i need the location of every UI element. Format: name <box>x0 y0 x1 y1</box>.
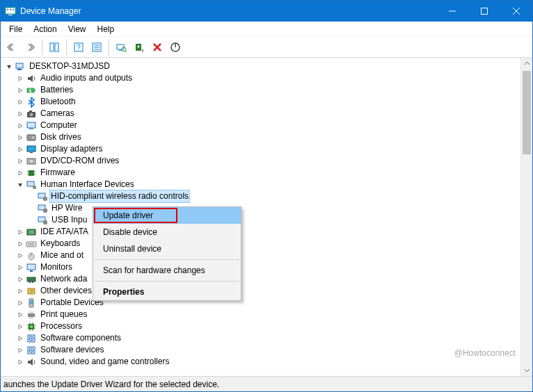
expander-icon[interactable] <box>16 346 24 354</box>
expander-icon[interactable] <box>16 98 24 106</box>
scroll-thumb[interactable] <box>523 71 531 154</box>
svg-rect-60 <box>28 243 29 244</box>
forward-button[interactable] <box>22 39 38 56</box>
device-item[interactable]: HP Wire <box>2 202 532 214</box>
svg-rect-50 <box>43 197 47 201</box>
expander-icon[interactable] <box>16 252 24 260</box>
category-item[interactable]: Disk drives <box>2 131 532 143</box>
context-menu-item[interactable]: Update driver <box>93 207 241 224</box>
expander-icon[interactable] <box>16 334 24 343</box>
category-item-expanded[interactable]: Human Interface Devices <box>2 179 532 190</box>
context-menu-item[interactable]: Disable device <box>93 224 241 240</box>
category-item[interactable]: ?Other devices <box>2 285 532 297</box>
vertical-scrollbar[interactable] <box>520 58 532 376</box>
tree-item-label: Software components <box>40 332 122 344</box>
expander-icon <box>27 216 35 224</box>
expander-icon[interactable] <box>16 322 24 331</box>
bluetooth-icon <box>26 97 37 108</box>
back-button[interactable] <box>3 39 20 56</box>
category-item[interactable]: Bluetooth <box>2 96 532 108</box>
category-item[interactable]: Cameras <box>2 108 532 120</box>
tree-item-label: Firmware <box>40 167 76 179</box>
category-item[interactable]: Portable Devices <box>2 297 532 309</box>
expander-icon[interactable] <box>16 74 24 83</box>
expander-icon[interactable] <box>16 110 24 118</box>
expander-icon[interactable] <box>16 181 24 189</box>
close-button[interactable] <box>500 1 532 22</box>
svg-point-3 <box>10 9 11 10</box>
category-item[interactable]: Firmware <box>2 167 532 179</box>
category-item[interactable]: Sound, video and game controllers <box>2 356 532 368</box>
expander-icon[interactable] <box>16 122 24 130</box>
menu-view[interactable]: View <box>63 23 92 35</box>
show-hide-tree-button[interactable] <box>46 39 63 56</box>
expander-icon[interactable] <box>16 240 24 248</box>
svg-rect-67 <box>30 270 33 272</box>
expander-icon[interactable] <box>16 86 24 95</box>
update-driver-button[interactable] <box>131 39 148 56</box>
help-button[interactable]: ? <box>70 39 87 56</box>
toolbar-separator <box>66 40 67 55</box>
maximize-button[interactable] <box>468 1 500 22</box>
tree-item-label: Cameras <box>40 108 75 120</box>
category-item[interactable]: Software devices <box>2 344 532 356</box>
scan-hardware-button[interactable] <box>113 39 129 56</box>
svg-rect-47 <box>27 181 34 186</box>
window-title: Device Manager <box>20 6 436 16</box>
expander-icon[interactable] <box>16 133 24 142</box>
app-icon <box>5 6 16 17</box>
category-item[interactable]: Monitors <box>2 261 532 273</box>
svg-rect-75 <box>28 313 35 317</box>
minimize-button[interactable] <box>436 1 468 22</box>
root-node[interactable]: DESKTOP-31MDJSD <box>2 60 532 72</box>
category-item[interactable]: Mice and ot <box>2 250 532 261</box>
uninstall-button[interactable] <box>149 39 166 56</box>
portable-icon <box>26 297 37 309</box>
category-item[interactable]: Processors <box>2 320 532 332</box>
category-item[interactable]: Print queues <box>2 309 532 320</box>
svg-rect-9 <box>50 43 54 51</box>
properties-button[interactable] <box>88 39 105 56</box>
expander-icon[interactable] <box>5 63 13 71</box>
tree-item-label: Mice and ot <box>40 250 84 261</box>
hid-item-icon <box>37 203 48 214</box>
context-menu-item[interactable]: Properties <box>93 284 241 300</box>
category-item[interactable]: Keyboards <box>2 238 532 250</box>
menu-action[interactable]: Action <box>28 23 62 35</box>
expander-icon[interactable] <box>16 263 24 272</box>
device-tree[interactable]: DESKTOP-31MDJSDAudio inputs and outputsB… <box>1 58 532 376</box>
svg-rect-79 <box>30 325 33 328</box>
context-menu-item[interactable]: Uninstall device <box>93 240 241 257</box>
category-item[interactable]: Batteries <box>2 84 532 96</box>
category-item[interactable]: Network ada <box>2 273 532 285</box>
category-item[interactable]: DVD/CD-ROM drives <box>2 155 532 167</box>
scroll-up-button[interactable] <box>521 58 532 70</box>
menu-file[interactable]: File <box>3 23 28 35</box>
expander-icon[interactable] <box>16 311 24 319</box>
context-menu-item[interactable]: Scan for hardware changes <box>93 262 241 279</box>
expander-icon[interactable] <box>16 299 24 307</box>
category-item[interactable]: IDE ATA/ATA <box>2 226 532 238</box>
hid-item-icon <box>37 191 48 202</box>
expander-icon[interactable] <box>16 287 24 295</box>
expander-icon[interactable] <box>16 169 24 177</box>
expander-icon[interactable] <box>16 228 24 236</box>
disable-button[interactable] <box>167 39 184 56</box>
menu-help[interactable]: Help <box>92 23 120 35</box>
expander-icon[interactable] <box>16 275 24 284</box>
svg-rect-37 <box>27 146 35 152</box>
category-item[interactable]: Audio inputs and outputs <box>2 72 532 84</box>
category-item[interactable]: Computer <box>2 120 532 131</box>
tree-item-label: Display adapters <box>40 143 103 155</box>
expander-icon[interactable] <box>16 145 24 154</box>
svg-rect-18 <box>119 50 122 51</box>
device-item[interactable]: HID-compliant wireless radio controls <box>2 190 532 202</box>
expander-icon[interactable] <box>16 157 24 165</box>
device-item[interactable]: USB Inpu <box>2 214 532 226</box>
category-item[interactable]: Display adapters <box>2 143 532 155</box>
svg-rect-59 <box>26 242 36 247</box>
category-item[interactable]: Software components <box>2 332 532 344</box>
svg-rect-76 <box>29 311 33 313</box>
expander-icon[interactable] <box>16 358 24 366</box>
scroll-down-button[interactable] <box>521 364 532 376</box>
